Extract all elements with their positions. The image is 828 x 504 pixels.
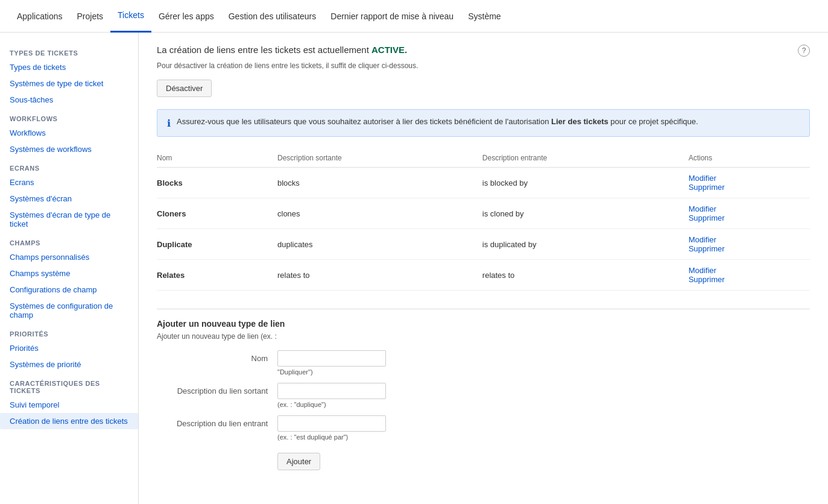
deactivate-button[interactable]: Désactiver bbox=[157, 80, 212, 97]
status-prefix: La création de liens entre les tickets e… bbox=[157, 45, 371, 55]
table-row: Clonersclonesis cloned byModifierSupprim… bbox=[157, 198, 810, 229]
input-desc-sortant[interactable] bbox=[277, 383, 386, 399]
sidebar-item-priorites[interactable]: Priorités bbox=[0, 340, 138, 356]
table-header-desc-sortante: Description sortante bbox=[277, 149, 482, 168]
status-bar: La création de liens entre les tickets e… bbox=[157, 45, 810, 57]
info-box: ℹ Assurez-vous que les utilisateurs que … bbox=[157, 109, 810, 137]
cell-incoming: is blocked by bbox=[482, 168, 689, 198]
sidebar-item-types-tickets[interactable]: Types de tickets bbox=[0, 59, 138, 75]
table-row: Duplicateduplicatesis duplicated byModif… bbox=[157, 229, 810, 260]
cell-incoming: is cloned by bbox=[482, 198, 689, 229]
nav-gestion-utilisateurs[interactable]: Gestion des utilisateurs bbox=[221, 0, 324, 33]
info-icon: ℹ bbox=[167, 118, 171, 129]
cell-actions: ModifierSupprimer bbox=[689, 229, 810, 260]
cell-name: Cloners bbox=[157, 198, 277, 229]
modifier-link[interactable]: Modifier bbox=[689, 235, 805, 244]
input-nom[interactable] bbox=[277, 350, 386, 367]
nav-tickets[interactable]: Tickets bbox=[110, 0, 151, 33]
form-hint-nom: "Dupliquer") bbox=[277, 368, 386, 376]
cell-actions: ModifierSupprimer bbox=[689, 198, 810, 229]
sidebar-item-sous-taches[interactable]: Sous-tâches bbox=[0, 92, 138, 108]
sidebar-section-champs: CHAMPS bbox=[0, 232, 138, 249]
form-label-desc-sortant: Description du lien sortant bbox=[157, 383, 277, 395]
input-desc-entrant[interactable] bbox=[277, 415, 386, 432]
sidebar-item-workflows[interactable]: Workflows bbox=[0, 125, 138, 141]
sidebar-item-champs-personnalises[interactable]: Champs personnalisés bbox=[0, 249, 138, 265]
cell-actions: ModifierSupprimer bbox=[689, 260, 810, 291]
sidebar-item-creation-liens[interactable]: Création de liens entre des tickets bbox=[0, 413, 138, 429]
cell-name: Relates bbox=[157, 260, 277, 291]
sidebar-item-champs-systeme[interactable]: Champs système bbox=[0, 265, 138, 282]
cell-name: Blocks bbox=[157, 168, 277, 198]
form-hint-desc-sortant: (ex. : "duplique") bbox=[277, 401, 386, 408]
sidebar-item-systemes-config-champ[interactable]: Systèmes de configuration de champ bbox=[0, 298, 138, 323]
sidebar-section-priorites: PRIORITÉS bbox=[0, 323, 138, 340]
sidebar-item-systemes-ecran[interactable]: Systèmes d'écran bbox=[0, 191, 138, 207]
cell-incoming: is duplicated by bbox=[482, 229, 689, 260]
top-navigation: Applications Projets Tickets Gérer les a… bbox=[0, 0, 828, 33]
supprimer-link[interactable]: Supprimer bbox=[689, 213, 805, 222]
sidebar-item-systemes-ecran-type-ticket[interactable]: Systèmes d'écran de type de ticket bbox=[0, 207, 138, 232]
sidebar-item-configurations-champ[interactable]: Configurations de champ bbox=[0, 282, 138, 298]
table-row: Blocksblocksis blocked byModifierSupprim… bbox=[157, 168, 810, 198]
form-hint-desc-entrant: (ex. : "est dupliqué par") bbox=[277, 433, 386, 441]
sidebar-item-systemes-type-ticket[interactable]: Systèmes de type de ticket bbox=[0, 75, 138, 92]
sidebar-section-workflows: WORKFLOWS bbox=[0, 108, 138, 125]
supprimer-link[interactable]: Supprimer bbox=[689, 275, 805, 284]
cell-outgoing: duplicates bbox=[277, 229, 482, 260]
modifier-link[interactable]: Modifier bbox=[689, 266, 805, 275]
add-section-subtitle: Ajouter un nouveau type de lien (ex. : bbox=[157, 332, 810, 341]
nav-gerer-apps[interactable]: Gérer les apps bbox=[151, 0, 221, 33]
info-text: Assurez-vous que les utilisateurs que vo… bbox=[177, 117, 698, 126]
form-row-desc-sortant: Description du lien sortant (ex. : "dupl… bbox=[157, 383, 810, 408]
form-row-nom: Nom "Dupliquer") bbox=[157, 350, 810, 376]
sidebar-item-systemes-workflows[interactable]: Systèmes de workflows bbox=[0, 141, 138, 157]
cell-outgoing: clones bbox=[277, 198, 482, 229]
form-row-desc-entrant: Description du lien entrant (ex. : "est … bbox=[157, 415, 810, 441]
sidebar-item-suivi-temporel[interactable]: Suivi temporel bbox=[0, 397, 138, 413]
cell-actions: ModifierSupprimer bbox=[689, 168, 810, 198]
sidebar-section-types-tickets: TYPES DE TICKETS bbox=[0, 42, 138, 59]
info-permission: Lier des tickets bbox=[551, 117, 608, 126]
modifier-link[interactable]: Modifier bbox=[689, 174, 805, 183]
nav-systeme[interactable]: Système bbox=[461, 0, 508, 33]
nav-dernier-rapport[interactable]: Dernier rapport de mise à niveau bbox=[323, 0, 461, 33]
supprimer-link[interactable]: Supprimer bbox=[689, 244, 805, 253]
link-types-table: Nom Description sortante Description ent… bbox=[157, 149, 810, 291]
cell-name: Duplicate bbox=[157, 229, 277, 260]
supprimer-link[interactable]: Supprimer bbox=[689, 183, 805, 192]
table-header-actions: Actions bbox=[689, 149, 810, 168]
form-label-desc-entrant: Description du lien entrant bbox=[157, 415, 277, 428]
sidebar: TYPES DE TICKETS Types de tickets Systèm… bbox=[0, 33, 139, 504]
add-section-title: Ajouter un nouveau type de lien bbox=[157, 309, 810, 329]
table-header-nom: Nom bbox=[157, 149, 277, 168]
help-icon[interactable]: ? bbox=[798, 45, 810, 57]
modifier-link[interactable]: Modifier bbox=[689, 204, 805, 213]
sidebar-section-ecrans: ECRANS bbox=[0, 157, 138, 174]
sidebar-section-caracteristiques: CARACTÉRISTIQUES DES TICKETS bbox=[0, 373, 138, 397]
nav-projets[interactable]: Projets bbox=[70, 0, 111, 33]
status-subtitle: Pour désactiver la création de liens ent… bbox=[157, 61, 810, 70]
table-row: Relatesrelates torelates toModifierSuppr… bbox=[157, 260, 810, 291]
nav-applications[interactable]: Applications bbox=[10, 0, 70, 33]
status-active-label: ACTIVE. bbox=[371, 45, 407, 55]
cell-incoming: relates to bbox=[482, 260, 689, 291]
status-text: La création de liens entre les tickets e… bbox=[157, 45, 407, 55]
table-header-desc-entrante: Description entrante bbox=[482, 149, 689, 168]
sidebar-item-ecrans[interactable]: Ecrans bbox=[0, 174, 138, 191]
main-content: La création de liens entre les tickets e… bbox=[139, 33, 828, 504]
cell-outgoing: blocks bbox=[277, 168, 482, 198]
sidebar-item-systemes-priorite[interactable]: Systèmes de priorité bbox=[0, 356, 138, 373]
form-label-nom: Nom bbox=[157, 350, 277, 363]
cell-outgoing: relates to bbox=[277, 260, 482, 291]
add-button[interactable]: Ajouter bbox=[277, 453, 320, 470]
